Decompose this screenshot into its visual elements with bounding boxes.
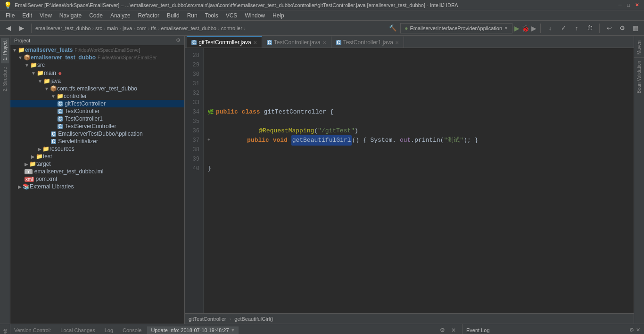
vc-tab-log[interactable]: Log bbox=[101, 326, 117, 334]
menu-vcs[interactable]: VCS bbox=[222, 11, 241, 20]
folder-icon: 📁 bbox=[18, 47, 25, 53]
module-icon: 📦 bbox=[24, 54, 31, 61]
tab-testcontroller1[interactable]: C TestController1.java ✕ bbox=[331, 36, 404, 48]
menu-view[interactable]: View bbox=[36, 11, 56, 20]
tree-item-controller[interactable]: ▼ 📁 controller bbox=[10, 92, 184, 100]
menu-run[interactable]: Run bbox=[183, 11, 201, 20]
menu-bar: File Edit View Navigate Code Analyze Ref… bbox=[0, 10, 644, 21]
debug-btn[interactable]: 🐞 bbox=[521, 24, 529, 32]
menu-help[interactable]: Help bbox=[269, 11, 288, 20]
filepath-gittestcontroller[interactable]: gitTestController bbox=[189, 316, 226, 322]
line-numbers: 28 29 30 31 32 33 34 35 36 37 38 39 40 bbox=[185, 48, 204, 313]
event-log-settings-icon[interactable]: ⚙ bbox=[629, 327, 634, 333]
tree-item-main[interactable]: ▼ 📁 main ● bbox=[10, 69, 184, 77]
menu-code[interactable]: Code bbox=[85, 11, 107, 20]
vc-tab-console[interactable]: Console bbox=[119, 326, 145, 334]
tree-item-gittestcontroller[interactable]: C gitTestController bbox=[10, 100, 184, 107]
tree-item-application[interactable]: C EmallserverTestDubboApplication bbox=[10, 130, 184, 138]
tree-item-iml[interactable]: iml emallserver_test_dubbo.iml bbox=[10, 168, 184, 175]
build-btn[interactable]: 🔨 bbox=[387, 23, 398, 34]
back-btn[interactable]: ◀ bbox=[3, 23, 14, 34]
code-content[interactable]: 🌿 public class gitTestController { @Requ… bbox=[204, 48, 634, 313]
editor-area: C gitTestController.java ✕ C TestControl… bbox=[185, 36, 634, 324]
code-editor[interactable]: 28 29 30 31 32 33 34 35 36 37 38 39 40 bbox=[185, 48, 634, 313]
vc-toolbar-icons: ⚙ ✕ bbox=[438, 326, 458, 334]
tree-item-emallserver-test-dubbo[interactable]: ▼ 📦 emallserver_test_dubbo F:\ideaWorkSp… bbox=[10, 54, 184, 61]
vcs-history-btn[interactable]: ⏱ bbox=[584, 23, 595, 34]
menu-edit[interactable]: Edit bbox=[18, 11, 36, 20]
vcs-commit-btn[interactable]: ✓ bbox=[558, 23, 569, 34]
vcs-push-btn[interactable]: ↑ bbox=[571, 23, 582, 34]
tree-item-resources[interactable]: ▶ 📁 resources bbox=[10, 145, 184, 153]
crumb-com[interactable]: com bbox=[137, 25, 147, 31]
restore-btn[interactable]: □ bbox=[625, 2, 632, 8]
tree-item-java[interactable]: ▼ 📁 java bbox=[10, 77, 184, 85]
tab-close-2[interactable]: ✕ bbox=[322, 40, 326, 45]
tree-item-target[interactable]: ▶ 📁 target bbox=[10, 160, 184, 168]
vc-label: Version Control: bbox=[14, 327, 51, 333]
tree-item-package[interactable]: ▼ 📦 com.tfs.emallserver_test_dubbo bbox=[10, 85, 184, 92]
vc-settings-btn[interactable]: ⚙ bbox=[438, 326, 447, 334]
vc-tabs: Version Control: Local Changes Log Conso… bbox=[10, 324, 462, 334]
tree-item-testservercontroller[interactable]: C TestServerController bbox=[10, 122, 184, 130]
code-line-28 bbox=[207, 51, 630, 60]
vc-tab-update-info[interactable]: Update Info: 2018-07-10 19:48:27 ▼ bbox=[147, 326, 239, 334]
right-tab-bean-validation[interactable]: Bean Validation bbox=[635, 58, 643, 96]
menu-tools[interactable]: Tools bbox=[201, 11, 222, 20]
undo-btn[interactable]: ↩ bbox=[603, 23, 615, 34]
menu-navigate[interactable]: Navigate bbox=[56, 11, 85, 20]
event-log: Event Log ⚙ ✕ 19:48:27 Push rejected Pus… bbox=[462, 324, 644, 334]
tree-item-src[interactable]: ▼ 📁 src bbox=[10, 61, 184, 69]
vc-close-btn[interactable]: ✕ bbox=[449, 326, 458, 334]
vc-tab-local-changes[interactable]: Local Changes bbox=[57, 326, 99, 334]
run-config-dropdown[interactable]: ● EmallserverInterfaceProviderApplicatio… bbox=[400, 23, 512, 33]
layout-btn[interactable]: ▦ bbox=[630, 23, 641, 34]
tree-item-test[interactable]: ▶ 📁 test bbox=[10, 153, 184, 160]
sidebar-item-structure[interactable]: 2: Structure bbox=[1, 64, 9, 94]
controller-folder-icon: 📁 bbox=[57, 93, 64, 99]
crumb-root[interactable]: emallserver_test_dubbo bbox=[35, 25, 91, 31]
menu-refactor[interactable]: Refactor bbox=[134, 11, 163, 20]
tree-item-testcontroller[interactable]: C TestController bbox=[10, 107, 184, 115]
bottom-tab-web[interactable]: 2: Web bbox=[1, 326, 9, 334]
code-line-32 bbox=[207, 89, 630, 98]
project-settings-icon[interactable]: ⚙ bbox=[176, 37, 181, 43]
settings-btn[interactable]: ⚙ bbox=[617, 23, 628, 34]
tree-item-external-libraries[interactable]: ▶ 📚 External Libraries bbox=[10, 183, 184, 190]
add-gutter-icon[interactable]: + bbox=[207, 136, 210, 145]
crumb-src[interactable]: src bbox=[95, 25, 102, 31]
code-line-35 bbox=[207, 117, 630, 126]
menu-window[interactable]: Window bbox=[241, 11, 269, 20]
filepath-method[interactable]: getBeautifulGirl() bbox=[234, 316, 273, 322]
crumb-main[interactable]: main bbox=[107, 25, 118, 31]
close-btn[interactable]: ✕ bbox=[634, 2, 640, 8]
code-line-31 bbox=[207, 79, 630, 89]
tree-item-servletinitializer[interactable]: C ServletInitializer bbox=[10, 138, 184, 145]
crumb-tfs[interactable]: tfs bbox=[151, 25, 157, 31]
menu-build[interactable]: Build bbox=[163, 11, 183, 20]
right-tab-maven[interactable]: Maven bbox=[635, 38, 643, 57]
minimize-btn[interactable]: ─ bbox=[617, 2, 623, 8]
run-btn[interactable]: ▶ bbox=[514, 24, 520, 32]
editor-tabs: C gitTestController.java ✕ C TestControl… bbox=[185, 36, 634, 48]
tab-label-3: TestController1.java bbox=[343, 39, 393, 46]
crumb-module[interactable]: emallserver_test_dubbo bbox=[161, 25, 216, 31]
event-log-close-icon[interactable]: ✕ bbox=[636, 327, 640, 333]
forward-btn[interactable]: ▶ bbox=[16, 23, 27, 34]
crumb-java[interactable]: java bbox=[123, 25, 132, 31]
xml-icon: xml bbox=[25, 177, 34, 182]
tab-icon-3: C bbox=[336, 40, 341, 45]
sidebar-item-project[interactable]: 1: Project bbox=[1, 38, 9, 63]
vcs-update-btn[interactable]: ↓ bbox=[545, 23, 556, 34]
tab-close-1[interactable]: ✕ bbox=[253, 40, 257, 45]
tree-item-emallserver-feats[interactable]: ▼ 📁 emallserver_feats F:\ideaWorkSpace\E… bbox=[10, 46, 184, 54]
tree-item-testcontroller1[interactable]: C TestController1 bbox=[10, 115, 184, 122]
tree-item-pom[interactable]: xml pom.xml bbox=[10, 175, 184, 183]
menu-analyze[interactable]: Analyze bbox=[107, 11, 134, 20]
menu-file[interactable]: File bbox=[2, 11, 18, 20]
crumb-controller[interactable]: controller bbox=[221, 25, 242, 31]
tab-testcontroller[interactable]: C TestController.java ✕ bbox=[262, 36, 331, 48]
coverage-btn[interactable]: ▶ bbox=[531, 24, 537, 32]
tab-close-3[interactable]: ✕ bbox=[395, 40, 399, 45]
tab-gittestcontroller[interactable]: C gitTestController.java ✕ bbox=[187, 36, 262, 48]
